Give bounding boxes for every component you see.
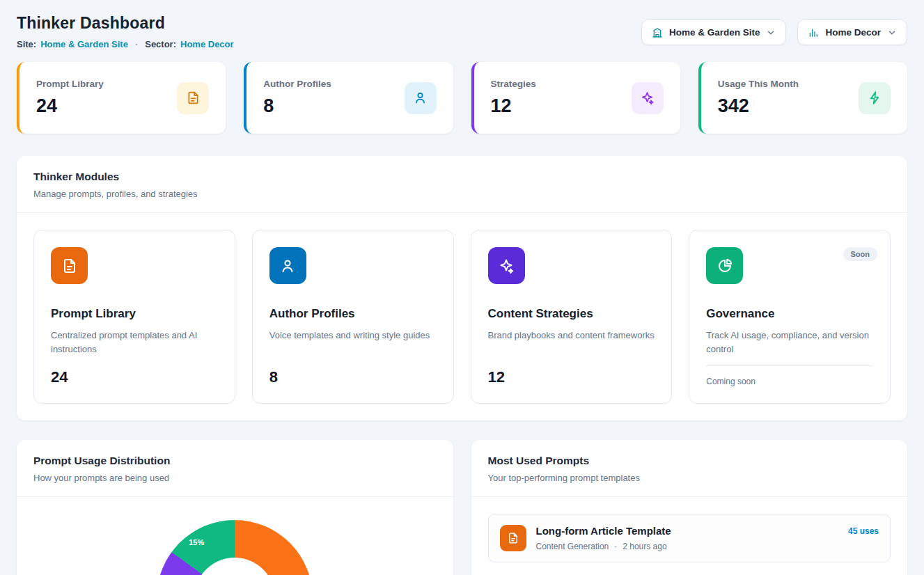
usage-title: Prompt Usage Distribution [33, 455, 437, 467]
most-used-header: Most Used Prompts Your top-performing pr… [471, 440, 908, 497]
stat-info: Usage This Month 342 [718, 79, 799, 117]
sector-link[interactable]: Home Decor [180, 39, 234, 49]
prompt-category: Content Generation [536, 542, 609, 551]
module-title: Governance [706, 307, 873, 321]
sparkle-icon [488, 247, 525, 284]
stat-label: Strategies [491, 79, 536, 89]
module-count: 24 [51, 368, 218, 386]
modules-title: Thinker Modules [33, 171, 891, 183]
module-footer: Coming soon [706, 365, 873, 386]
module-title: Content Strategies [488, 307, 655, 321]
stat-card-author-profiles: Author Profiles 8 [244, 62, 453, 134]
modules-subtitle: Manage prompts, profiles, and strategies [33, 189, 891, 199]
modules-grid: Prompt Library Centralized prompt templa… [17, 213, 907, 420]
stat-value: 24 [36, 95, 104, 117]
site-link[interactable]: Home & Garden Site [40, 39, 128, 49]
coming-soon-text: Coming soon [706, 377, 873, 386]
stat-label: Author Profiles [263, 79, 331, 89]
stat-info: Author Profiles 8 [263, 79, 331, 117]
module-description: Centralized prompt templates and AI inst… [51, 329, 218, 356]
user-icon [405, 82, 437, 114]
site-selector-label: Home & Garden Site [669, 27, 760, 38]
stat-info: Prompt Library 24 [36, 79, 104, 117]
building-icon [652, 27, 663, 38]
prompt-list-item[interactable]: Long-form Article Template Content Gener… [488, 514, 891, 562]
divider [706, 365, 873, 366]
module-title: Prompt Library [51, 307, 218, 321]
separator-dot: · [135, 39, 138, 49]
stat-info: Strategies 12 [491, 79, 536, 117]
breadcrumb: Site: Home & Garden Site · Sector: Home … [17, 39, 234, 49]
sector-selector-dropdown[interactable]: Home Decor [797, 19, 907, 45]
bar-chart-icon [808, 27, 819, 38]
stat-label: Usage This Month [718, 79, 799, 89]
topbar-actions: Home & Garden Site Home Decor [641, 19, 907, 45]
module-count: 8 [269, 368, 437, 386]
document-icon [500, 525, 526, 551]
sparkle-icon [632, 82, 664, 114]
document-icon [177, 82, 209, 114]
module-card-author-profiles[interactable]: Author Profiles Voice templates and writ… [252, 230, 454, 404]
dashboard-page: Thinker Dashboard Site: Home & Garden Si… [0, 0, 924, 575]
top-bar: Thinker Dashboard Site: Home & Garden Si… [17, 14, 907, 49]
prompt-usage-card: Prompt Usage Distribution How your promp… [17, 440, 453, 575]
stat-label: Prompt Library [36, 79, 104, 89]
usage-subtitle: How your prompts are being used [33, 473, 437, 483]
donut-chart: 15% [157, 520, 313, 575]
stat-value: 342 [718, 95, 799, 117]
module-count: 12 [488, 368, 655, 386]
thinker-modules-panel: Thinker Modules Manage prompts, profiles… [17, 156, 907, 420]
prompt-uses-badge: 45 uses [848, 526, 879, 536]
bottom-row: Prompt Usage Distribution How your promp… [17, 440, 907, 575]
module-card-prompt-library[interactable]: Prompt Library Centralized prompt templa… [33, 230, 235, 404]
donut-hole [194, 558, 275, 575]
lightning-icon [859, 82, 891, 114]
chart-area: 15% [17, 497, 453, 575]
separator-dot: · [614, 542, 617, 551]
prompt-title: Long-form Article Template [536, 525, 838, 537]
chevron-down-icon [887, 28, 897, 38]
module-description: Brand playbooks and content frameworks [488, 329, 655, 342]
chart-data-label: 15% [189, 538, 204, 546]
stat-card-strategies: Strategies 12 [471, 62, 680, 134]
sector-label: Sector: [145, 39, 176, 49]
prompt-meta: Content Generation · 2 hours ago [536, 542, 838, 551]
module-description: Voice templates and writing style guides [269, 329, 437, 342]
document-icon [51, 247, 88, 284]
user-icon [269, 247, 306, 284]
module-card-content-strategies[interactable]: Content Strategies Brand playbooks and c… [471, 230, 673, 404]
most-used-title: Most Used Prompts [488, 455, 891, 467]
stat-value: 12 [491, 95, 536, 117]
site-selector-dropdown[interactable]: Home & Garden Site [641, 19, 787, 45]
site-label: Site: [17, 39, 36, 49]
prompt-time: 2 hours ago [622, 542, 666, 551]
sector-selector-label: Home Decor [825, 27, 881, 38]
modules-header: Thinker Modules Manage prompts, profiles… [17, 156, 907, 213]
page-title: Thinker Dashboard [17, 14, 234, 33]
chevron-down-icon [766, 28, 776, 38]
stat-card-usage: Usage This Month 342 [698, 62, 907, 134]
most-used-prompts-card: Most Used Prompts Your top-performing pr… [471, 440, 908, 575]
stat-card-prompt-library: Prompt Library 24 [17, 62, 226, 134]
soon-badge: Soon [843, 247, 878, 261]
most-used-subtitle: Your top-performing prompt templates [488, 473, 891, 483]
module-title: Author Profiles [269, 307, 437, 321]
usage-header: Prompt Usage Distribution How your promp… [17, 440, 453, 497]
module-card-governance[interactable]: Soon Governance Track AI usage, complian… [689, 230, 891, 404]
module-description: Track AI usage, compliance, and version … [706, 329, 873, 356]
prompt-list: Long-form Article Template Content Gener… [471, 497, 908, 575]
title-block: Thinker Dashboard Site: Home & Garden Si… [17, 14, 234, 49]
stat-value: 8 [263, 95, 331, 117]
pie-chart-icon [706, 247, 743, 284]
prompt-text: Long-form Article Template Content Gener… [536, 525, 838, 551]
stats-row: Prompt Library 24 Author Profiles 8 Stra… [17, 62, 907, 134]
